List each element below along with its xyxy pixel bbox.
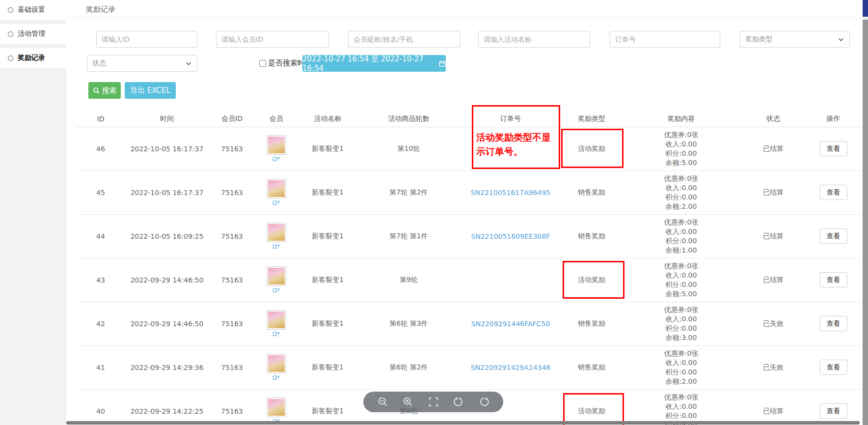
status-cell: 已结算 [741,214,805,258]
avatar[interactable] [267,397,286,417]
export-excel-button[interactable]: 导出 EXCEL [125,82,176,99]
reward-content-line: 收入:0.00 [621,358,741,368]
view-button[interactable]: 查看 [820,360,847,375]
reward-content-line: 优惠券:0张 [621,349,741,358]
view-button[interactable]: 查看 [820,316,847,331]
records-table: ID时间会员ID会员活动名称活动商品轮数订单号奖励类型奖励内容状态操作 4620… [76,112,862,425]
reward-content-line: 优惠券:0张 [621,218,741,227]
chevron-down-icon [838,36,844,43]
view-button[interactable]: 查看 [820,403,847,419]
zoom-in-icon[interactable] [402,396,414,408]
reward-content-cell: 优惠券:0张收入:0.00积分:0.00余额:5.00 [621,389,741,425]
table-row: 412022-09-29 14:29:3675163Ω*新客裂变1第6轮 第2件… [76,345,862,389]
member-id-cell: 75163 [209,214,255,258]
order-number-link[interactable]: SN2210051609EE308F [471,232,550,240]
table-row: 442022-10-05 16:09:2575163Ω*新客裂变1第7轮 第1件… [76,214,862,258]
rotate-right-icon[interactable] [478,396,490,408]
id-input[interactable] [96,31,197,48]
reward-content-cell: 优惠券:0张收入:0.00积分:0.00余额:3.00 [621,302,741,345]
reward-type-cell: 活动奖励 [562,389,621,425]
order-cell [459,258,562,302]
reward-content-line: 积分:0.00 [621,324,741,333]
avatar[interactable] [267,179,286,198]
avatar-image [268,268,285,284]
member-id-cell: 75163 [209,389,255,425]
sidebar-item-activity-management[interactable]: 活动管理 [0,24,66,44]
action-cell: 查看 [805,170,862,214]
circle-bullet-icon [8,7,13,13]
reward-content-line: 余额:1.00 [621,246,741,255]
avatar[interactable] [267,310,286,330]
order-cell: SN2210051617A96495 [459,170,562,214]
reward-type-select[interactable]: 奖励类型 [740,31,850,48]
avatar[interactable] [267,354,286,373]
column-header: ID [76,112,125,127]
reward-content-line: 余额:2.00 [621,202,741,211]
activity-name-cell: 新客裂变1 [297,302,358,345]
scrollbar-top-block [863,0,868,17]
avatar-caption: Ω* [255,287,297,294]
reward-type-cell: 活动奖励 [562,127,621,170]
status-select[interactable]: 状态 [87,55,197,72]
activity-name-cell: 新客裂变1 [297,127,358,170]
vertical-scrollbar-thumb[interactable] [863,20,868,425]
activity-name-cell: 新客裂变1 [297,345,358,389]
member-id-input[interactable] [216,31,329,48]
column-header: 会员ID [209,112,255,127]
id-cell: 43 [76,258,125,302]
search-time-checkbox[interactable] [259,60,266,67]
member-cell: Ω* [255,127,297,170]
chevron-down-icon [185,60,192,67]
zoom-out-icon[interactable] [377,396,389,408]
order-number-link[interactable]: SN2210051617A96495 [471,189,551,197]
order-cell: SN2209291429A14348 [459,345,562,389]
member-cell: Ω* [255,389,297,425]
avatar-image [268,312,285,328]
view-button[interactable]: 查看 [820,228,847,244]
round-cell: 第7轮 第1件 [358,214,459,258]
avatar[interactable] [267,266,286,286]
member-id-cell: 75163 [209,345,255,389]
reward-content-line: 积分:0.00 [621,411,741,421]
avatar-caption: Ω* [255,243,297,250]
avatar-image [268,399,285,416]
action-cell: 查看 [805,127,862,170]
rotate-left-icon[interactable] [453,396,464,408]
view-button[interactable]: 查看 [820,272,847,287]
sidebar-item-reward-records[interactable]: 奖励记录 [0,48,66,68]
sidebar-item-label: 活动管理 [18,29,45,38]
page-title: 奖励记录 [86,5,115,14]
order-number-link[interactable]: SN2209291446FAFC50 [471,320,550,328]
avatar[interactable] [267,135,286,155]
date-range-button[interactable]: 2022-10-27 16:54 至 2022-10-27 16:54 [302,55,446,72]
reward-content-cell: 优惠券:0张收入:0.00积分:0.00余额:2.00 [621,345,741,389]
view-button[interactable]: 查看 [820,185,847,200]
avatar[interactable] [267,223,286,242]
order-number-input[interactable] [610,31,720,48]
view-button[interactable]: 查看 [820,141,847,156]
sidebar: 基础设置 活动管理 奖励记录 [0,0,66,425]
member-cell: Ω* [255,214,297,258]
sidebar-item-basic-settings[interactable]: 基础设置 [0,0,66,20]
column-header: 时间 [125,112,209,127]
reward-type-cell: 销售奖励 [562,345,621,389]
status-cell: 已失效 [741,302,805,345]
fullscreen-icon[interactable] [428,396,439,408]
column-header: 操作 [805,112,862,127]
sidebar-item-label: 奖励记录 [18,54,45,62]
sidebar-item-label: 基础设置 [18,5,45,14]
order-cell: SN2209291446FAFC50 [459,302,562,345]
activity-name-input[interactable] [478,31,590,48]
order-number-link[interactable]: SN2209291429A14348 [471,364,551,371]
reward-content-line: 收入:0.00 [621,271,741,280]
avatar-caption: Ω* [255,374,297,381]
search-button[interactable]: 搜索 [88,82,121,99]
avatar-image [268,180,285,197]
column-header: 奖励内容 [621,112,741,127]
time-cell: 2022-09-29 14:22:25 [125,389,209,425]
horizontal-scrollbar[interactable] [66,421,860,425]
avatar-caption: Ω* [255,156,297,163]
member-info-input[interactable] [348,31,460,48]
member-cell: Ω* [255,258,297,302]
reward-content-line: 积分:0.00 [621,193,741,202]
